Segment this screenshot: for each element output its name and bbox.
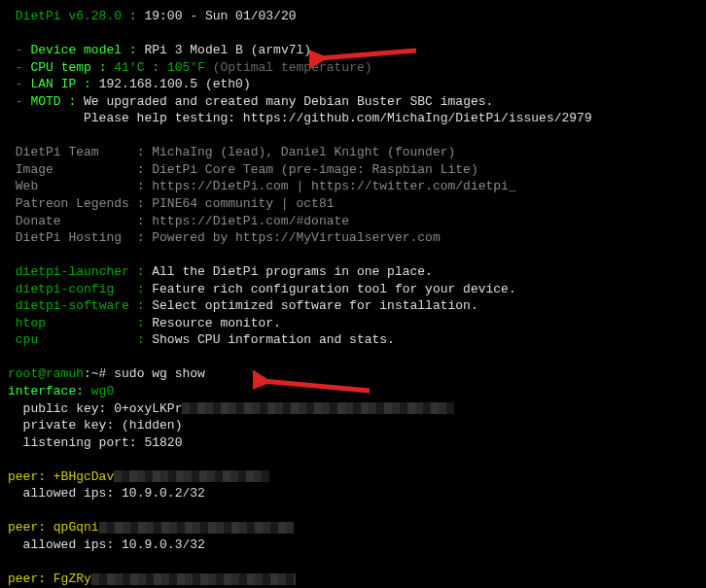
tool-cpu: cpu : Shows CPU information and stats. bbox=[8, 331, 698, 349]
redacted-block bbox=[99, 522, 294, 534]
wg-port: listening port: 51820 bbox=[8, 434, 698, 452]
motd-row2: Please help testing: https://github.com/… bbox=[8, 110, 698, 127]
tool-launcher: dietpi-launcher : All the DietPi program… bbox=[8, 263, 698, 281]
wg-pubkey: public key: 0+oxyLKPr bbox=[8, 400, 698, 418]
tool-software: dietpi-software : Select optimized softw… bbox=[8, 297, 698, 315]
redacted-block bbox=[182, 402, 454, 414]
command-text: sudo wg show bbox=[106, 366, 204, 381]
tool-config: dietpi-config : Feature rich configurati… bbox=[8, 281, 698, 298]
cpu-temp-row: - CPU temp : 41'C : 105'F (Optimal tempe… bbox=[8, 59, 698, 77]
wg-privkey: private key: (hidden) bbox=[8, 417, 698, 434]
datetime: 19:00 - Sun 01/03/20 bbox=[144, 9, 296, 23]
device-model-row: - Device model : RPi 3 Model B (armv7l) bbox=[8, 42, 698, 59]
wg-peer-3: peer: FgZRy bbox=[8, 571, 698, 588]
header-line: DietPi v6.28.0 : 19:00 - Sun 01/03/20 bbox=[8, 8, 698, 25]
wg-peer-1: peer: +BHgcDav bbox=[8, 468, 698, 486]
lan-ip-row: - LAN IP : 192.168.100.5 (eth0) bbox=[8, 76, 698, 93]
redacted-block bbox=[114, 470, 269, 482]
wg-peer-1-ips: allowed ips: 10.9.0.2/32 bbox=[8, 485, 698, 502]
motd-row: - MOTD : We upgraded and created many De… bbox=[8, 93, 698, 111]
wg-peer-2: peer: qpGqni bbox=[8, 519, 698, 536]
credit-donate: Donate : https://DietPi.com/#donate bbox=[8, 213, 698, 230]
credit-team: DietPi Team : MichaIng (lead), Daniel Kn… bbox=[8, 144, 698, 161]
cpu-temp-f: 105'F bbox=[167, 60, 205, 75]
redacted-block bbox=[91, 573, 296, 585]
credit-hosting: DietPi Hosting : Powered by https://MyVi… bbox=[8, 229, 698, 247]
title: DietPi v6.28.0 bbox=[8, 9, 122, 23]
cpu-temp-c: 41'C bbox=[114, 60, 144, 75]
credit-patreon: Patreon Legends : PINE64 community | oct… bbox=[8, 195, 698, 213]
lan-ip: 192.168.100.5 (eth0) bbox=[99, 77, 251, 91]
shell-prompt-1[interactable]: root@ramuh:~# sudo wg show bbox=[8, 365, 698, 383]
wg-peer-2-ips: allowed ips: 10.9.0.3/32 bbox=[8, 536, 698, 554]
cpu-temp-note: (Optimal temperature) bbox=[213, 60, 372, 75]
wg-interface: interface: wg0 bbox=[8, 383, 698, 400]
credit-image: Image : DietPi Core Team (pre-image: Ras… bbox=[8, 161, 698, 179]
tool-htop: htop : Resource monitor. bbox=[8, 315, 698, 332]
device-model: RPi 3 Model B (armv7l) bbox=[144, 43, 311, 57]
credit-web: Web : https://DietPi.com | https://twitt… bbox=[8, 178, 698, 195]
